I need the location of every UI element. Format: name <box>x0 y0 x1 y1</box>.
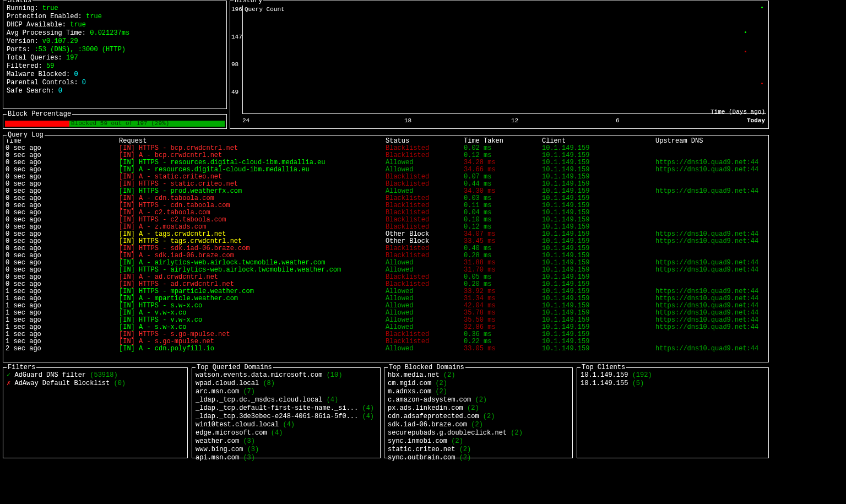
query-log-row[interactable]: 0 sec ago[IN] HTTPS - resources.digital-… <box>3 159 768 166</box>
cell-status: Allowed <box>383 302 462 310</box>
y-tick-2: 98 <box>231 61 238 69</box>
count: (4) <box>362 413 374 420</box>
top-queried-row[interactable]: watson.events.data.microsoft.com (10) <box>192 371 380 380</box>
cell-request: [IN] A - static.criteo.net <box>117 174 383 181</box>
query-log-row[interactable]: 0 sec ago[IN] A - static.criteo.netBlack… <box>3 174 768 181</box>
val-safe: 0 <box>58 87 62 95</box>
query-log-row[interactable]: 0 sec ago[IN] A - sdk.iad-06.braze.comBl… <box>3 252 768 259</box>
domain: win10test.cloud.local <box>196 421 279 429</box>
top-blocked-row[interactable]: hbx.media.net (2) <box>384 371 572 380</box>
query-log-row[interactable]: 0 sec ago[IN] HTTPS - prod.weatherfx.com… <box>3 188 768 195</box>
cell-status: Other Block <box>383 231 462 238</box>
cell-status: Allowed <box>383 345 462 353</box>
cell-status: Blacklisted <box>383 216 462 224</box>
history-baseline <box>242 112 766 113</box>
top-blocked-row[interactable]: cm.mgid.com (2) <box>384 380 572 388</box>
top-blocked-row[interactable]: sync.inmobi.com (2) <box>384 437 572 446</box>
query-log-row[interactable]: 1 sec ago[IN] A - s.w-x.coAllowed32.86 m… <box>3 324 768 331</box>
cell-taken: 0.07 ms <box>462 174 540 181</box>
top-blocked-row[interactable]: px.ads.linkedin.com (2) <box>384 404 572 413</box>
cell-client: 10.1.149.159 <box>540 159 653 166</box>
top-queried-row[interactable]: edge.microsoft.com (4) <box>192 429 380 437</box>
cell-status: Allowed <box>383 295 462 302</box>
filter-check-icon: ✗ <box>7 380 10 387</box>
cell-time: 0 sec ago <box>3 238 117 245</box>
query-log-row[interactable]: 1 sec ago[IN] HTTPS - s.go-mpulse.netBla… <box>3 331 768 338</box>
domain: cdn.adsafeprotected.com <box>388 413 479 420</box>
query-log-row[interactable]: 1 sec ago[IN] HTTPS - s.w-x.coAllowed42.… <box>3 302 768 310</box>
top-queried-row[interactable]: www.bing.com (3) <box>192 446 380 454</box>
filter-row[interactable]: ✓ AdGuard DNS filter (53918) <box>3 371 187 380</box>
filter-row[interactable]: ✗ AdAway Default Blocklist (0) <box>3 380 187 388</box>
query-log-row[interactable]: 0 sec ago[IN] HTTPS - ad.crwdcntrl.netBl… <box>3 281 768 288</box>
cell-client: 10.1.149.159 <box>540 209 653 216</box>
block-percentage-panel: Block Percentage Blocked 59 out of 197 (… <box>3 114 227 129</box>
cell-status: Allowed <box>383 288 462 295</box>
count: (2) <box>443 371 455 379</box>
cell-taken: 0.28 ms <box>462 252 540 259</box>
query-log-row[interactable]: 0 sec ago[IN] A - resources.digital-clou… <box>3 166 768 174</box>
query-log-row[interactable]: 1 sec ago[IN] A - s.go-mpulse.netBlackli… <box>3 338 768 345</box>
cell-request: [IN] HTTPS - ad.crwdcntrl.net <box>117 281 383 288</box>
y-tick-3: 49 <box>231 88 238 96</box>
top-blocked-row[interactable]: static.criteo.net (2) <box>384 446 572 454</box>
query-log-row[interactable]: 2 sec ago[IN] A - cdn.polyfill.ioAllowed… <box>3 345 768 353</box>
cell-client: 10.1.149.159 <box>540 345 653 353</box>
query-log-row[interactable]: 0 sec ago[IN] A - airlytics-web.airlock.… <box>3 259 768 267</box>
domain: m.adnxs.com <box>388 388 431 395</box>
cell-taken: 31.34 ms <box>462 295 540 302</box>
cell-upstream <box>653 274 768 281</box>
query-log-row[interactable]: 1 sec ago[IN] HTTPS - v.w-x.coAllowed35.… <box>3 317 768 324</box>
cell-request: [IN] A - z.moatads.com <box>117 224 383 231</box>
top-blocked-row[interactable]: securepubads.g.doubleclick.net (2) <box>384 429 572 437</box>
top-queried-row[interactable]: _ldap._tcp.default-first-site-name._si..… <box>192 404 380 413</box>
top-queried-row[interactable]: weather.com (3) <box>192 437 380 446</box>
query-log-row[interactable]: 0 sec ago[IN] A - ad.crwdcntrl.netBlackl… <box>3 274 768 281</box>
query-log-row[interactable]: 0 sec ago[IN] HTTPS - cdn.taboola.comBla… <box>3 202 768 209</box>
top-blocked-row[interactable]: sdk.iad-06.braze.com (2) <box>384 421 572 429</box>
query-log-row[interactable]: 0 sec ago[IN] HTTPS - static.criteo.netB… <box>3 181 768 188</box>
cell-status: Allowed <box>383 310 462 317</box>
history-point-filtered-near <box>745 51 746 52</box>
query-log-row[interactable]: 1 sec ago[IN] A - v.w-x.coAllowed35.78 m… <box>3 310 768 317</box>
domain: securepubads.g.doubleclick.net <box>388 429 507 437</box>
query-log-row[interactable]: 0 sec ago[IN] A - cdn.taboola.comBlackli… <box>3 195 768 202</box>
hdr-upstream: Upstream DNS <box>653 136 768 145</box>
domain: edge.microsoft.com <box>196 429 267 437</box>
cell-time: 0 sec ago <box>3 195 117 202</box>
cell-status: Allowed <box>383 166 462 174</box>
cell-status: Blacklisted <box>383 152 462 159</box>
cell-time: 0 sec ago <box>3 159 117 166</box>
top-client-row[interactable]: 10.1.149.155 (5) <box>577 380 768 388</box>
top-queried-row[interactable]: win10test.cloud.local (4) <box>192 421 380 429</box>
query-log-row[interactable]: 0 sec ago[IN] A - tags.crwdcntrl.netOthe… <box>3 231 768 238</box>
top-queried-row[interactable]: arc.msn.com (7) <box>192 388 380 396</box>
query-log-row[interactable]: 0 sec ago[IN] HTTPS - bcp.crwdcntrl.netB… <box>3 145 768 152</box>
query-log-panel[interactable]: Query Log Time Request Status Time Taken… <box>3 135 769 362</box>
query-log-row[interactable]: 0 sec ago[IN] A - c2.taboola.comBlacklis… <box>3 209 768 216</box>
cell-time: 0 sec ago <box>3 245 117 252</box>
query-log-row[interactable]: 1 sec ago[IN] HTTPS - mparticle.weather.… <box>3 288 768 295</box>
cell-status: Blacklisted <box>383 338 462 345</box>
query-log-row[interactable]: 0 sec ago[IN] HTTPS - c2.taboola.comBlac… <box>3 216 768 224</box>
cell-client: 10.1.149.159 <box>540 202 653 209</box>
top-queried-row[interactable]: _ldap._tcp.dc._msdcs.cloud.local (4) <box>192 396 380 404</box>
top-queried-row[interactable]: api.msn.com (3) <box>192 454 380 462</box>
query-log-row[interactable]: 0 sec ago[IN] A - z.moatads.comBlacklist… <box>3 224 768 231</box>
top-blocked-row[interactable]: cdn.adsafeprotected.com (2) <box>384 413 572 421</box>
top-blocked-row[interactable]: m.adnxs.com (2) <box>384 388 572 396</box>
block-percentage-text: Blocked 59 out of 197 (29%) <box>5 120 169 128</box>
query-log-row[interactable]: 0 sec ago[IN] HTTPS - tags.crwdcntrl.net… <box>3 238 768 245</box>
cell-status: Allowed <box>383 259 462 267</box>
query-log-row[interactable]: 0 sec ago[IN] A - bcp.crwdcntrl.netBlack… <box>3 152 768 159</box>
count: (8) <box>263 380 275 387</box>
cell-taken: 35.78 ms <box>462 310 540 317</box>
top-queried-row[interactable]: _ldap._tcp.3de3ebec-e248-4061-861a-5f0..… <box>192 413 380 421</box>
top-blocked-row[interactable]: sync.outbrain.com (2) <box>384 454 572 462</box>
query-log-row[interactable]: 0 sec ago[IN] HTTPS - sdk.iad-06.braze.c… <box>3 245 768 252</box>
query-log-row[interactable]: 0 sec ago[IN] HTTPS - airlytics-web.airl… <box>3 267 768 274</box>
top-blocked-row[interactable]: c.amazon-adsystem.com (2) <box>384 396 572 404</box>
top-client-row[interactable]: 10.1.149.159 (192) <box>577 371 768 380</box>
top-queried-row[interactable]: wpad.cloud.local (8) <box>192 380 380 388</box>
query-log-row[interactable]: 1 sec ago[IN] A - mparticle.weather.comA… <box>3 295 768 302</box>
